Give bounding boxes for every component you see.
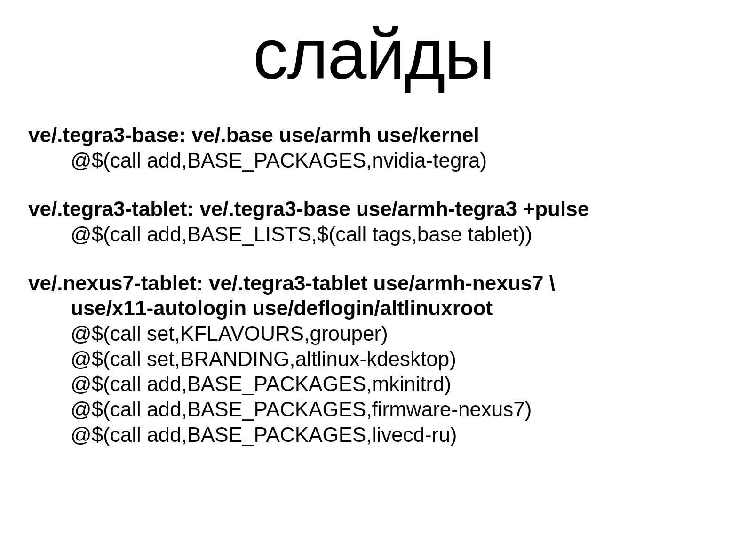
make-block-2: ve/.nexus7-tablet: ve/.tegra3-tablet use… [28,271,719,448]
make-command: @$(call add,BASE_PACKAGES,nvidia-tegra) [28,148,719,173]
slide: слайды ve/.tegra3-base: ve/.base use/arm… [0,19,747,560]
make-command: @$(call add,BASE_PACKAGES,firmware-nexus… [28,397,719,422]
make-block-0: ve/.tegra3-base: ve/.base use/armh use/k… [28,122,719,173]
make-rule-continuation: use/x11-autologin use/deflogin/altlinuxr… [28,296,719,321]
slide-title: слайды [28,19,719,89]
make-command: @$(call add,BASE_PACKAGES,mkinitrd) [28,371,719,397]
make-command: @$(call set,BRANDING,altlinux-kdesktop) [28,346,719,372]
make-rule: ve/.tegra3-base: ve/.base use/armh use/k… [28,122,719,148]
make-rule: ve/.nexus7-tablet: ve/.tegra3-tablet use… [28,271,719,296]
make-command: @$(call add,BASE_LISTS,$(call tags,base … [28,222,719,247]
make-rule: ve/.tegra3-tablet: ve/.tegra3-base use/a… [28,196,719,222]
make-block-1: ve/.tegra3-tablet: ve/.tegra3-base use/a… [28,196,719,247]
make-command: @$(call add,BASE_PACKAGES,livecd-ru) [28,422,719,448]
make-command: @$(call set,KFLAVOURS,grouper) [28,321,719,346]
